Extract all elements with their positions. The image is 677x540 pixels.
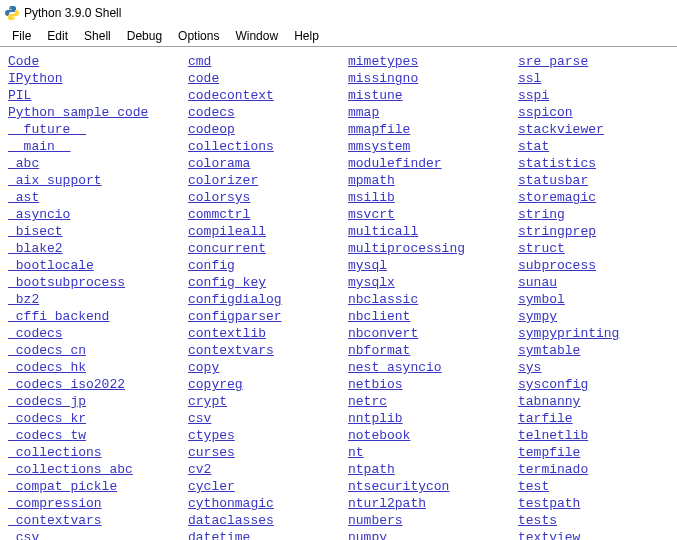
module-link[interactable]: __future__ <box>8 122 86 137</box>
module-link[interactable]: datetime <box>188 530 250 540</box>
module-link[interactable]: telnetlib <box>518 428 588 443</box>
module-link[interactable]: nbclient <box>348 309 410 324</box>
module-link[interactable]: configdialog <box>188 292 282 307</box>
module-link[interactable]: subprocess <box>518 258 596 273</box>
module-link[interactable]: config <box>188 258 235 273</box>
module-link[interactable]: mpmath <box>348 173 395 188</box>
module-link[interactable]: __main__ <box>8 139 70 154</box>
menu-file[interactable]: File <box>4 27 39 45</box>
module-link[interactable]: collections <box>188 139 274 154</box>
module-link[interactable]: testpath <box>518 496 580 511</box>
module-link[interactable]: sre_parse <box>518 54 588 69</box>
menu-shell[interactable]: Shell <box>76 27 119 45</box>
module-link[interactable]: mysql <box>348 258 387 273</box>
module-link[interactable]: mmapfile <box>348 122 410 137</box>
module-link[interactable]: terminado <box>518 462 588 477</box>
menu-edit[interactable]: Edit <box>39 27 76 45</box>
module-link[interactable]: sunau <box>518 275 557 290</box>
module-link[interactable]: test <box>518 479 549 494</box>
module-link[interactable]: IPython <box>8 71 63 86</box>
module-link[interactable]: ntpath <box>348 462 395 477</box>
module-link[interactable]: cycler <box>188 479 235 494</box>
module-link[interactable]: _codecs <box>8 326 63 341</box>
module-link[interactable]: colorizer <box>188 173 258 188</box>
module-link[interactable]: struct <box>518 241 565 256</box>
menu-window[interactable]: Window <box>227 27 286 45</box>
module-link[interactable]: copyreg <box>188 377 243 392</box>
module-link[interactable]: stat <box>518 139 549 154</box>
module-link[interactable]: _compression <box>8 496 102 511</box>
module-link[interactable]: msvcrt <box>348 207 395 222</box>
module-link[interactable]: colorama <box>188 156 250 171</box>
module-link[interactable]: _codecs_kr <box>8 411 86 426</box>
module-link[interactable]: multiprocessing <box>348 241 465 256</box>
module-link[interactable]: symtable <box>518 343 580 358</box>
module-link[interactable]: _bootlocale <box>8 258 94 273</box>
module-link[interactable]: textview <box>518 530 580 540</box>
module-link[interactable]: tempfile <box>518 445 580 460</box>
module-link[interactable]: mmsystem <box>348 139 410 154</box>
menu-help[interactable]: Help <box>286 27 327 45</box>
module-link[interactable]: _contextvars <box>8 513 102 528</box>
module-link[interactable]: sys <box>518 360 541 375</box>
module-link[interactable]: csv <box>188 411 211 426</box>
module-link[interactable]: crypt <box>188 394 227 409</box>
module-link[interactable]: stringprep <box>518 224 596 239</box>
module-link[interactable]: _codecs_iso2022 <box>8 377 125 392</box>
module-link[interactable]: _asyncio <box>8 207 70 222</box>
module-link[interactable]: string <box>518 207 565 222</box>
module-link[interactable]: _codecs_jp <box>8 394 86 409</box>
module-link[interactable]: sympyprinting <box>518 326 619 341</box>
module-link[interactable]: nest_asyncio <box>348 360 442 375</box>
module-link[interactable]: commctrl <box>188 207 250 222</box>
module-link[interactable]: dataclasses <box>188 513 274 528</box>
module-link[interactable]: _csv <box>8 530 39 540</box>
module-link[interactable]: _compat_pickle <box>8 479 117 494</box>
module-link[interactable]: nbformat <box>348 343 410 358</box>
module-link[interactable]: symbol <box>518 292 565 307</box>
module-link[interactable]: numbers <box>348 513 403 528</box>
module-link[interactable]: netbios <box>348 377 403 392</box>
module-link[interactable]: sympy <box>518 309 557 324</box>
module-link[interactable]: Code <box>8 54 39 69</box>
module-link[interactable]: codeop <box>188 122 235 137</box>
module-link[interactable]: nturl2path <box>348 496 426 511</box>
module-link[interactable]: storemagic <box>518 190 596 205</box>
module-link[interactable]: _bisect <box>8 224 63 239</box>
module-link[interactable]: nt <box>348 445 364 460</box>
module-link[interactable]: nbconvert <box>348 326 418 341</box>
module-link[interactable]: sysconfig <box>518 377 588 392</box>
module-link[interactable]: _codecs_hk <box>8 360 86 375</box>
module-link[interactable]: _collections <box>8 445 102 460</box>
module-link[interactable]: numpy <box>348 530 387 540</box>
module-link[interactable]: cv2 <box>188 462 211 477</box>
menu-options[interactable]: Options <box>170 27 227 45</box>
module-link[interactable]: _codecs_cn <box>8 343 86 358</box>
module-link[interactable]: stackviewer <box>518 122 604 137</box>
module-link[interactable]: contextvars <box>188 343 274 358</box>
module-link[interactable]: mysqlx <box>348 275 395 290</box>
module-link[interactable]: tabnanny <box>518 394 580 409</box>
module-link[interactable]: ssl <box>518 71 541 86</box>
module-link[interactable]: mimetypes <box>348 54 418 69</box>
menu-debug[interactable]: Debug <box>119 27 170 45</box>
module-link[interactable]: sspi <box>518 88 549 103</box>
module-link[interactable]: statistics <box>518 156 596 171</box>
module-link[interactable]: _collections_abc <box>8 462 133 477</box>
module-link[interactable]: _blake2 <box>8 241 63 256</box>
module-link[interactable]: cythonmagic <box>188 496 274 511</box>
module-link[interactable]: mmap <box>348 105 379 120</box>
module-link[interactable]: multicall <box>348 224 418 239</box>
module-link[interactable]: ntsecuritycon <box>348 479 449 494</box>
module-link[interactable]: mistune <box>348 88 403 103</box>
module-link[interactable]: ctypes <box>188 428 235 443</box>
module-link[interactable]: _bz2 <box>8 292 39 307</box>
module-link[interactable]: code <box>188 71 219 86</box>
module-link[interactable]: _codecs_tw <box>8 428 86 443</box>
module-link[interactable]: _ast <box>8 190 39 205</box>
module-link[interactable]: cmd <box>188 54 211 69</box>
module-link[interactable]: concurrent <box>188 241 266 256</box>
module-link[interactable]: nbclassic <box>348 292 418 307</box>
module-link[interactable]: codecs <box>188 105 235 120</box>
module-link[interactable]: configparser <box>188 309 282 324</box>
